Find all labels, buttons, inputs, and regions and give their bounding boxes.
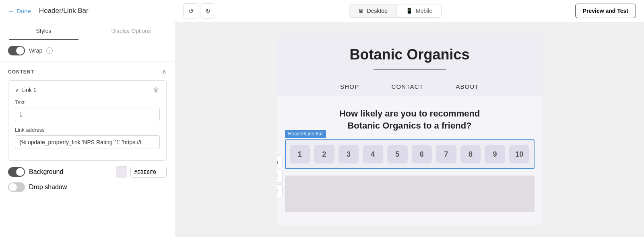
- view-toggle-group: 🖥 Desktop 📱 Mobile: [349, 4, 442, 18]
- rating-btn-10[interactable]: 10: [509, 145, 530, 163]
- arrow-left-icon: ←: [8, 8, 14, 14]
- done-button[interactable]: ← Done: [8, 8, 31, 14]
- preview-test-button[interactable]: Preview and Test: [575, 4, 636, 18]
- site-divider: [374, 69, 446, 69]
- desktop-icon: 🖥: [358, 8, 364, 14]
- drop-shadow-row: Drop shadow: [8, 182, 167, 192]
- desktop-view-button[interactable]: 🖥 Desktop: [349, 4, 396, 17]
- undo-button[interactable]: ↺: [183, 3, 198, 18]
- rating-btn-2[interactable]: 2: [314, 145, 334, 163]
- link1-label: Link 1: [21, 87, 36, 93]
- rating-btn-9[interactable]: 9: [485, 145, 505, 163]
- link1-title: ∨ Link 1: [15, 87, 36, 93]
- wrap-info-icon[interactable]: i: [46, 47, 53, 54]
- rating-btn-7[interactable]: 7: [436, 145, 456, 163]
- desktop-label: Desktop: [367, 8, 388, 14]
- delete-link1-button[interactable]: 🗑: [153, 86, 160, 94]
- wrap-section: Wrap i: [0, 40, 175, 61]
- link1-card-header: ∨ Link 1 🗑: [15, 86, 160, 94]
- done-label: Done: [17, 8, 31, 14]
- nav-about[interactable]: ABOUT: [456, 83, 479, 90]
- rating-btn-6[interactable]: 6: [412, 145, 432, 163]
- background-right: [116, 166, 167, 178]
- background-toggle[interactable]: [8, 167, 25, 177]
- color-hex-input[interactable]: [130, 167, 167, 178]
- rating-btn-4[interactable]: 4: [363, 145, 383, 163]
- page-preview: Botanic Organics SHOP CONTACT ABOUT How …: [277, 34, 543, 225]
- left-panel: ← Done Header/Link Bar Styles Display Op…: [0, 0, 175, 237]
- nav-shop[interactable]: SHOP: [340, 83, 359, 90]
- collapse-button[interactable]: ∧: [162, 68, 167, 76]
- link-address-input[interactable]: [15, 135, 160, 149]
- wrap-label: Wrap: [29, 47, 42, 54]
- background-label: Background: [29, 168, 63, 176]
- color-swatch[interactable]: [116, 166, 127, 178]
- star-action-button[interactable]: ★: [277, 170, 283, 183]
- site-image-placeholder: [285, 176, 535, 212]
- rating-btn-3[interactable]: 3: [339, 145, 359, 163]
- wrap-toggle[interactable]: [8, 46, 25, 55]
- right-panel: ↺ ↻ 🖥 Desktop 📱 Mobile Preview and Test …: [175, 0, 644, 237]
- tab-styles[interactable]: Styles: [0, 22, 87, 40]
- survey-question: How likely are you to recommendBotanic O…: [285, 108, 535, 133]
- chevron-down-icon: ∨: [15, 87, 19, 93]
- background-left: Background: [8, 167, 63, 177]
- copy-action-button[interactable]: ⧉: [277, 155, 283, 168]
- redo-button[interactable]: ↻: [200, 3, 215, 18]
- site-header: Botanic Organics SHOP CONTACT ABOUT: [277, 34, 543, 96]
- mobile-label: Mobile: [416, 8, 432, 14]
- drop-shadow-toggle[interactable]: [8, 182, 25, 192]
- link1-card: ∨ Link 1 🗑 Text Link address: [8, 80, 167, 161]
- link-address-label: Link address: [15, 127, 160, 133]
- right-toolbar: ↺ ↻ 🖥 Desktop 📱 Mobile Preview and Test: [175, 0, 644, 22]
- text-input[interactable]: [15, 108, 160, 121]
- nav-bar: SHOP CONTACT ABOUT: [285, 77, 535, 96]
- rating-btn-5[interactable]: 5: [387, 145, 408, 163]
- content-header: CONTENT ∧: [8, 61, 167, 80]
- nav-contact[interactable]: CONTACT: [391, 83, 423, 90]
- undo-redo-group: ↺ ↻: [183, 3, 215, 18]
- survey-content: How likely are you to recommendBotanic O…: [277, 96, 543, 220]
- text-field-label: Text: [15, 99, 160, 105]
- header-link-bar: 1 2 3 4 5 6 7 8 9 10: [285, 139, 535, 169]
- background-row: Background: [8, 166, 167, 178]
- tab-display-options[interactable]: Display Options: [87, 22, 175, 40]
- content-label: CONTENT: [8, 69, 34, 75]
- content-section: CONTENT ∧ ∨ Link 1 🗑 Text Link address B…: [0, 61, 175, 237]
- rating-btn-8[interactable]: 8: [460, 145, 481, 163]
- tabs-row: Styles Display Options: [0, 22, 175, 40]
- mobile-view-button[interactable]: 📱 Mobile: [396, 4, 441, 17]
- top-bar: ← Done Header/Link Bar: [0, 0, 175, 22]
- header-link-bar-label: Header/Link Bar: [285, 130, 326, 138]
- delete-action-button[interactable]: 🗑: [277, 184, 283, 197]
- site-title: Botanic Organics: [285, 46, 535, 63]
- mobile-icon: 📱: [406, 8, 413, 14]
- header-link-bar-container: ⧉ ★ 🗑 Header/Link Bar 1 2 3 4 5 6: [285, 139, 535, 169]
- floating-actions: ⧉ ★ 🗑: [277, 155, 283, 197]
- canvas-area: Botanic Organics SHOP CONTACT ABOUT How …: [175, 22, 644, 237]
- drop-shadow-label: Drop shadow: [29, 184, 67, 191]
- rating-btn-1[interactable]: 1: [290, 145, 310, 163]
- panel-title: Header/Link Bar: [39, 7, 89, 15]
